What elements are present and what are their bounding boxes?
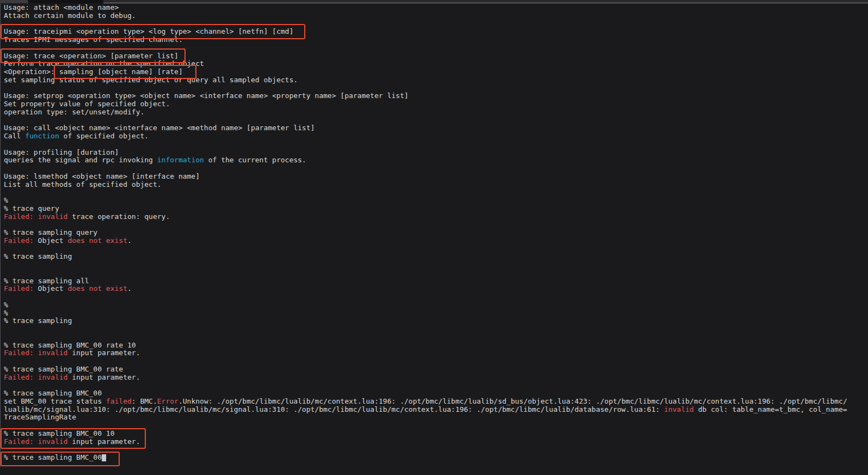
terminal-line <box>4 188 868 197</box>
terminal-text-segment: lualib/mc/signal.lua:310: ./opt/bmc/libm… <box>4 405 664 413</box>
terminal-text-segment: input parameter. <box>67 349 140 357</box>
terminal-text-segment: Failed: invalid <box>4 437 67 446</box>
terminal-text-segment: set BMC_00 trace status <box>4 397 106 405</box>
terminal-text-segment: .Unknow: ./opt/bmc/libmc/lualib/mc/conte… <box>178 397 847 405</box>
terminal-text-segment: input parameter. <box>67 373 140 381</box>
terminal-line: % trace sampling BMC_00 rate <box>4 366 868 374</box>
terminal-line: % trace sampling <box>4 253 868 261</box>
terminal-line <box>4 44 868 52</box>
terminal-text-segment: % <box>4 301 8 309</box>
terminal-text-segment: Error <box>157 397 178 405</box>
terminal-line <box>4 84 868 93</box>
terminal-text-segment: trace operation: query. <box>67 212 170 221</box>
terminal-line: Set property value of specified object. <box>4 100 868 108</box>
terminal-text-segment: Usage: setprop <operation type> <object … <box>4 92 409 100</box>
terminal-text-segment: % trace sampling query <box>4 228 97 236</box>
terminal-line: Failed: Object does not exist. <box>4 237 868 245</box>
terminal-line: % <box>4 197 868 205</box>
terminal-line: TraceSamplingRate <box>4 413 868 422</box>
terminal-text-segment: does not exist <box>67 284 127 293</box>
terminal-text-segment: Set property value of specified object. <box>4 100 170 108</box>
terminal-line: <Operation>: sampling [object name] [rat… <box>4 68 868 76</box>
terminal-text-segment: input parameter. <box>67 437 140 446</box>
terminal-line: Call function of specified object. <box>4 132 868 141</box>
terminal-line: set sampling status of specified object … <box>4 76 868 84</box>
terminal-cursor[interactable] <box>102 454 106 461</box>
terminal-line: % trace sampling BMC_00 <box>4 389 868 398</box>
terminal-text-segment: . <box>127 284 132 293</box>
terminal-line: % trace query <box>4 205 868 213</box>
terminal-line <box>4 117 868 125</box>
terminal-line: Failed: invalid input parameter. <box>4 438 868 446</box>
terminal-text-segment: Usage: traceipmi <operation type> <log t… <box>4 27 293 35</box>
terminal-line: % trace sampling all <box>4 277 868 285</box>
terminal-line: set BMC_00 trace status failed: BMC.Erro… <box>4 398 868 406</box>
terminal-text-segment: % <box>4 309 8 317</box>
terminal-text-segment: operation type: set/unset/modify. <box>4 108 144 116</box>
terminal-text-segment: % trace sampling BMC_00 <box>4 453 102 461</box>
terminal-line <box>4 422 868 430</box>
terminal-text-segment: Perform trace operation on the specified… <box>4 59 204 68</box>
terminal-line: Usage: traceipmi <operation type> <log t… <box>4 28 868 36</box>
terminal-text-segment: : BMC. <box>132 397 157 405</box>
terminal-output[interactable]: Usage: attach <module name>Attach certai… <box>0 4 868 462</box>
terminal-text-segment: Failed: invalid <box>4 349 67 357</box>
terminal-text-segment: Failed: invalid <box>4 212 67 221</box>
terminal-line: Usage: trace <operation> [parameter list… <box>4 52 868 60</box>
terminal-text-segment: Failed: invalid <box>4 373 67 381</box>
terminal-text-segment: % trace query <box>4 204 59 212</box>
terminal-line: Failed: Object does not exist. <box>4 285 868 293</box>
terminal-line <box>4 357 868 366</box>
terminal-line <box>4 381 868 389</box>
terminal-line: lualib/mc/signal.lua:310: ./opt/bmc/libm… <box>4 406 868 414</box>
terminal-text-segment: % trace sampling BMC_00 rate 10 <box>4 341 136 349</box>
terminal-text-segment: Object <box>34 284 68 293</box>
top-strip-light-segment <box>103 0 868 3</box>
terminal-text-segment: Usage: trace <operation> [parameter list… <box>4 52 178 60</box>
terminal-line: List all methods of specified object. <box>4 181 868 189</box>
terminal-text-segment: % <box>4 196 8 204</box>
terminal-text-segment: % trace sampling <box>4 316 72 325</box>
terminal-line: Usage: profiling [duration] <box>4 149 868 157</box>
terminal-line: operation type: set/unset/modify. <box>4 108 868 117</box>
terminal-text-segment: Failed: <box>4 236 34 245</box>
terminal-text-segment: <Operation>: sampling [object name] [rat… <box>4 68 183 76</box>
terminal-text-segment: % trace sampling <box>4 252 72 260</box>
terminal-text-segment: . <box>127 236 132 245</box>
terminal-text-segment: % trace sampling BMC_00 rate <box>4 365 123 373</box>
terminal-line <box>4 245 868 253</box>
terminal-text-segment: queries the signal and rpc invoking <box>4 156 157 164</box>
terminal-line <box>4 261 868 269</box>
terminal-line <box>4 165 868 173</box>
terminal-line: Failed: invalid trace operation: query. <box>4 213 868 221</box>
terminal-line <box>4 333 868 342</box>
terminal-line: Attach certain module to debug. <box>4 12 868 20</box>
terminal-text-segment: information <box>157 156 204 164</box>
terminal-window: Usage: attach <module name>Attach certai… <box>0 0 868 475</box>
terminal-line: % trace sampling BMC_00 <box>4 454 868 462</box>
terminal-line <box>4 293 868 301</box>
terminal-line <box>4 446 868 454</box>
terminal-line: Perform trace operation on the specified… <box>4 60 868 68</box>
terminal-line: Traces IPMI messages of specified channe… <box>4 36 868 44</box>
terminal-line: Usage: call <object name> <interface nam… <box>4 124 868 132</box>
terminal-text-segment: Call <box>4 132 25 140</box>
terminal-text-segment: List all methods of specified object. <box>4 180 162 188</box>
terminal-text-segment: Usage: lsmethod <object name> [interface… <box>4 172 200 180</box>
terminal-text-segment: Traces IPMI messages of specified channe… <box>4 35 183 44</box>
terminal-text-segment: Failed: <box>4 284 34 293</box>
terminal-text-segment: set sampling status of specified object … <box>4 76 298 84</box>
terminal-text-segment: invalid <box>664 405 694 413</box>
terminal-text-segment: Attach certain module to debug. <box>4 11 136 20</box>
terminal-text-segment: % trace sampling BMC_00 <box>4 389 102 397</box>
terminal-text-segment: % trace sampling BMC_00 10 <box>4 429 115 437</box>
terminal-line: Usage: setprop <operation type> <object … <box>4 92 868 100</box>
terminal-text-segment: does not exist <box>67 236 127 245</box>
terminal-text-segment: of the current process. <box>204 156 306 164</box>
terminal-line: % <box>4 301 868 309</box>
terminal-line: Usage: attach <module name> <box>4 4 868 12</box>
window-top-strip <box>0 0 868 3</box>
terminal-text-segment: Usage: profiling [duration] <box>4 148 119 156</box>
terminal-text-segment: % trace sampling all <box>4 277 89 285</box>
terminal-text-segment: Usage: call <object name> <interface nam… <box>4 124 315 132</box>
